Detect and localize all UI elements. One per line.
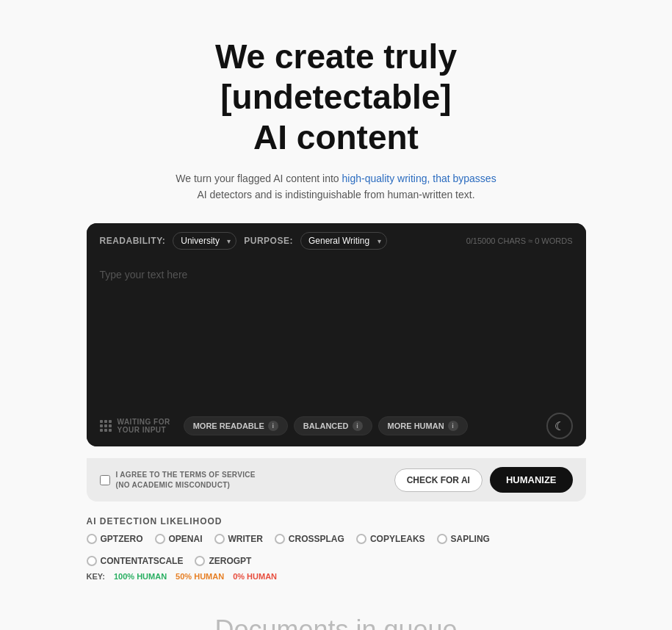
hero-section: We create truly [undetectable] AI conten… [176,37,496,203]
readability-select[interactable]: University [173,232,236,250]
hero-line1: We create truly [176,37,496,77]
action-row: I AGREE TO THE TERMS OF SERVICE (NO ACAD… [87,458,586,502]
detector-item-contentatscale: CONTENTATSCALE [87,556,184,566]
detector-item-gptzero: GPTZERO [87,534,143,544]
editor-card: READABILITY: University PURPOSE: General… [87,223,586,446]
check-for-ai-button[interactable]: CHECK FOR AI [394,468,483,492]
editor-placeholder: Type your text here [100,269,573,280]
grid-icon [100,420,112,432]
editor-footer: WAITING FOR YOUR INPUT MORE READABLE i B… [87,405,586,446]
readability-select-wrapper[interactable]: University [173,232,236,250]
hero-subtitle: We turn your flagged AI content into hig… [176,170,496,203]
purpose-select[interactable]: General Writing [300,232,387,250]
key-100: 100% HUMAN [114,572,167,581]
purpose-select-wrapper[interactable]: General Writing [300,232,387,250]
detector-radio-copyleaks[interactable] [356,534,366,544]
key-label: KEY: [87,572,105,581]
detector-radio-sapling[interactable] [437,534,447,544]
terms-check: I AGREE TO THE TERMS OF SERVICE (NO ACAD… [100,470,387,490]
dark-mode-btn[interactable]: ☾ [546,413,573,439]
detection-title: AI DETECTION LIKELIHOOD [87,516,586,526]
detection-section: AI DETECTION LIKELIHOOD GPTZEROOPENAIWRI… [87,516,586,581]
mode-balanced-btn[interactable]: BALANCED i [294,416,372,435]
more-readable-info-icon: i [268,421,278,431]
detector-radio-contentatscale[interactable] [87,556,97,566]
detection-detectors: GPTZEROOPENAIWRITERCROSSPLAGCOPYLEAKSSAP… [87,534,586,566]
mode-more-human-btn[interactable]: MORE HUMAN i [378,416,468,435]
documents-section: Documents in queue Your documents waitin… [87,615,586,630]
detector-radio-openai[interactable] [155,534,165,544]
documents-title: Documents in queue [87,615,586,630]
purpose-label: PURPOSE: [244,236,293,246]
detector-radio-zerogpt[interactable] [195,556,205,566]
detector-item-openai: OPENAI [155,534,203,544]
detector-radio-writer[interactable] [214,534,225,544]
key-50: 50% HUMAN [176,572,224,581]
detection-key: KEY: 100% HUMAN 50% HUMAN 0% HUMAN [87,572,586,581]
more-human-info-icon: i [448,421,458,431]
waiting-label: WAITING FOR YOUR INPUT [100,418,170,434]
mode-more-readable-btn[interactable]: MORE READABLE i [184,416,288,435]
editor-toolbar: READABILITY: University PURPOSE: General… [87,223,586,258]
terms-checkbox[interactable] [100,475,110,485]
detector-item-sapling: SAPLING [437,534,490,544]
detector-item-zerogpt: ZEROGPT [195,556,251,566]
hero-line3: AI content [176,117,496,158]
detector-radio-gptzero[interactable] [87,534,97,544]
detector-item-writer: WRITER [214,534,263,544]
editor-wrapper: READABILITY: University PURPOSE: General… [87,223,586,593]
hero-line2: [undetectable] [176,77,496,117]
detector-item-crossplag: CROSSPLAG [275,534,344,544]
terms-text: I AGREE TO THE TERMS OF SERVICE (NO ACAD… [116,470,256,490]
key-0: 0% HUMAN [233,572,277,581]
readability-label: READABILITY: [100,236,166,246]
humanize-button[interactable]: HUMANIZE [490,467,573,493]
balanced-info-icon: i [353,421,363,431]
detector-radio-crossplag[interactable] [275,534,285,544]
editor-body[interactable]: Type your text here [87,258,586,405]
chars-count: 0/15000 CHARS ≈ 0 WORDS [466,236,573,245]
detector-item-copyleaks: COPYLEAKS [356,534,425,544]
